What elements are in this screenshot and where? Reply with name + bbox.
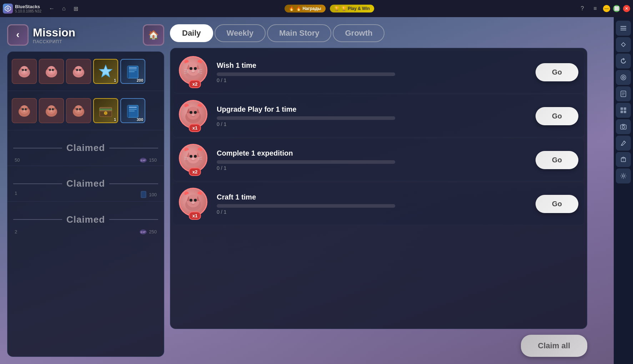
mission-title: Mission [33,26,139,39]
maximize-btn[interactable]: ⬜ [613,5,620,12]
tab-growth[interactable]: Growth [333,24,385,42]
svg-rect-58 [104,112,107,115]
title-bar-left: BlueStacks 5.10.0.1085 N32 ← ⌂ ⊞ [3,3,81,14]
right-section: Daily Weekly Main Story Growth [170,24,587,357]
gem-reward-1: 1 [93,59,118,84]
svg-point-96 [192,158,195,160]
go-btn-3[interactable]: Go [536,151,578,169]
sidebar-camera-btn[interactable] [616,119,631,134]
progress-text-1: 0 / 1 [217,77,530,83]
svg-point-76 [192,70,195,72]
help-btn[interactable]: ? [577,4,587,14]
svg-point-40 [23,110,25,112]
title-bar: BlueStacks 5.10.0.1085 N32 ← ⌂ ⊞ 🔥 🔥 Наг… [0,0,633,17]
svg-rect-33 [127,66,129,78]
sidebar-book-btn[interactable] [616,86,631,101]
svg-point-105 [190,199,192,202]
sidebar-refresh-btn[interactable] [616,54,631,69]
sidebar-pencil-btn[interactable] [616,136,631,151]
mission-info-3: Complete 1 expedition 0 / 1 [217,149,530,171]
tab-bar: Daily Weekly Main Story Growth [170,24,587,42]
sidebar-cube-btn[interactable] [616,152,631,167]
mission-name-3: Complete 1 expedition [217,149,530,157]
progress-bar-bg-3 [217,160,395,164]
claimed-values-1: 50 EXP 150 [7,157,164,163]
book-reward-2: 300 [120,98,145,123]
go-btn-2[interactable]: Go [536,107,578,125]
mission-cat-2: x1 [179,100,211,132]
claimed-val-left-2: 1 [15,191,17,198]
reward-items-2: 1 300 [12,98,160,123]
sidebar-settings-btn[interactable] [616,168,631,183]
left-section: ‹ Mission ПАССКРИПТ 🏠 [7,24,164,357]
close-btn[interactable]: ✕ [623,5,630,12]
tab-main-story[interactable]: Main Story [267,24,331,42]
svg-point-95 [194,155,197,158]
svg-rect-122 [621,111,623,113]
svg-line-128 [624,141,626,142]
svg-rect-57 [100,109,112,110]
svg-point-131 [622,175,624,177]
claimed-line-2b [109,183,158,184]
rewards-btn[interactable]: 🔥 🔥 Награды [285,5,326,12]
reward-row-1: 1 200 [7,52,164,91]
title-bar-center: 🔥 🔥 Награды 🏆 🏆 Play & Win [285,5,374,12]
svg-point-18 [52,69,54,71]
claimed-line-1 [13,148,62,148]
mission-name-4: Craft 1 time [217,193,530,201]
progress-text-3: 0 / 1 [217,165,530,171]
claimed-line-2 [13,183,62,184]
svg-point-87 [190,111,192,114]
mission-name-1: Wish 1 time [217,61,530,70]
svg-rect-31 [129,70,137,70]
reward-row-2: 1 300 [7,91,164,130]
go-btn-1[interactable]: Go [536,63,578,81]
nav-tabs-btn[interactable]: ⊞ [71,3,81,14]
tab-weekly[interactable]: Weekly [215,24,266,42]
nav-home-btn[interactable]: ⌂ [59,3,69,14]
claim-all-btn[interactable]: Claim all [521,335,587,357]
svg-rect-123 [624,111,626,113]
claimed-line-3 [13,219,62,220]
title-bar-nav: ← ⌂ ⊞ [46,3,81,14]
svg-rect-121 [624,107,626,110]
sidebar-target-btn[interactable] [616,70,631,85]
right-sidebar [614,17,633,364]
svg-point-39 [25,108,27,110]
sidebar-expand-btn[interactable] [616,21,631,36]
cat-reward-1b [39,59,64,84]
svg-point-107 [192,202,195,204]
claimed-row-1: Claimed 50 EXP 150 [7,130,164,166]
bluestacks-logo [3,4,13,14]
mission-item-3: x2 Complete 1 expedition 0 / 1 Go [173,139,584,181]
svg-marker-112 [623,58,625,61]
svg-point-24 [76,69,78,71]
svg-point-106 [194,199,197,202]
svg-point-115 [623,77,624,78]
svg-point-53 [79,108,81,110]
mission-back-btn[interactable]: ‹ [7,24,29,46]
svg-point-74 [190,67,192,70]
svg-point-19 [50,71,52,72]
play-win-btn[interactable]: 🏆 🏆 Play & Win [330,5,374,12]
tab-daily[interactable]: Daily [170,24,213,42]
nav-back-btn[interactable]: ← [46,3,57,14]
minimize-btn[interactable]: — [603,5,610,12]
mission-home-btn[interactable]: 🏠 [143,24,164,46]
mission-info-2: Upgrade Play for 1 time 0 / 1 [217,105,530,127]
svg-text:EXP: EXP [141,231,146,233]
claimed-line-3b [109,219,158,220]
sidebar-diamond-btn[interactable] [616,37,631,52]
svg-point-54 [77,110,80,112]
svg-point-46 [52,108,54,110]
book-count-2: 300 [137,117,143,122]
svg-point-8 [23,71,25,72]
sidebar-grid-btn[interactable] [616,103,631,118]
svg-point-7 [25,69,27,71]
svg-rect-63 [129,111,135,111]
mission-item-4: x1 Craft 1 time 0 / 1 Go [173,183,584,225]
go-btn-4[interactable]: Go [536,195,578,213]
svg-rect-111 [621,42,625,46]
app-name-block: BlueStacks 5.10.0.1085 N32 [15,4,41,13]
menu-btn[interactable]: ≡ [590,4,600,14]
